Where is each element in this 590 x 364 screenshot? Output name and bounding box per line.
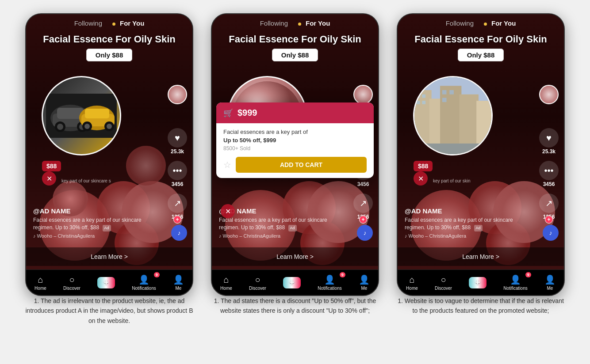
phone-2-username: @AD NAME [219,207,347,215]
plus-icon-2: + [283,277,301,288]
phone-3-nav-me[interactable]: 👤 Me [544,274,556,291]
phone-1: Following For You Facial Essence For Oil… [25,13,193,296]
phone-3-music: ♪ Wooho – ChristinaAguilera [405,233,533,239]
phone-2-bottom-nav: ⌂ Home ○ Discover + 👤 9 Notifications 👤 [212,269,378,295]
phone-1-desc-overlay: key part of our skincare s [61,178,161,183]
phone-1-avatar [168,85,187,104]
phone-3-nav-dot [484,23,487,26]
phone-1-nav-discover[interactable]: ○ Discover [63,275,80,291]
phone-1-foryou-tab[interactable]: For You [120,19,144,27]
phone-1-learn-more-bar[interactable]: Learn More > [26,247,192,266]
phone-2-price-badge: Only $88 [272,49,318,61]
phone-3-following-tab[interactable]: Following [446,19,474,27]
phone-3-ad-badge: Ad [474,225,483,231]
phone-1-nav-me[interactable]: 👤 Me [173,274,184,291]
phone-3-nav-home-label: Home [406,286,418,291]
phone-1-nav-plus[interactable]: + [97,277,115,288]
phone-2-nav-home[interactable]: ⌂ Home [220,275,232,291]
phones-row: Following For You Facial Essence For Oil… [14,9,576,330]
phone-3-close-btn[interactable]: ✕ [414,171,428,186]
phone-3-foryou-tab[interactable]: For You [491,19,516,27]
phone-2-nav-plus[interactable]: + [283,277,301,288]
phone-1-tiktok-disc: ♪ [171,225,187,241]
phone-1-like-btn[interactable]: ♥ 25.3k [168,128,187,155]
svg-rect-25 [417,101,420,104]
phone-3-street-image [414,77,491,154]
phone-1-desc: 1. The ad is irrelevant to the product w… [25,296,193,326]
phone-1-close-btn[interactable]: ✕ [42,171,56,186]
phone-1-bottom-nav: ⌂ Home ○ Discover + 👤 9 Notifications 👤 [26,269,192,295]
phone-3-nav-discover[interactable]: ○ Discover [435,275,452,291]
phone-2-music: ♪ Wooho – ChristinaAguilera [219,233,347,239]
phone-1-following-tab[interactable]: Following [74,19,102,27]
phone-3-price-tag: $88 [414,161,433,171]
phone-1-content: Facial Essence For Oily Skin Only $88 [26,14,192,269]
phone-3-avatar-plus: + [545,216,553,224]
phone-2-user-desc: Facial essences are a key part of our sk… [219,216,347,231]
phone-3-nav-notif[interactable]: 👤 9 Notifications [503,274,527,291]
phone-3-nav-plus[interactable]: + [469,277,487,288]
phone-3-nav-discover-label: Discover [435,286,452,291]
phone-3-comment-icon: ••• [539,161,559,180]
svg-rect-10 [85,109,109,118]
phone-2-avatar [353,85,373,104]
phone-2-learn-more-bar[interactable]: Learn More > [212,247,378,266]
phone-1-learn-more-btn[interactable]: Learn More > [91,253,128,260]
phone-2-learn-more-btn[interactable]: Learn More > [276,253,314,260]
phone-1-avatar-plus: + [173,216,181,224]
phone-2-comments-count: 3456 [357,181,369,187]
phone-1-actions: + ♥ 25.3k ••• 3456 ↗ 1256 [168,85,187,220]
phone-3-comment-btn[interactable]: ••• 3456 [539,161,559,187]
star-icon[interactable]: ☆ [223,159,231,170]
phone-1-header: Following For You [26,14,192,30]
svg-rect-27 [442,90,447,95]
phone-3-notif-badge: 9 [525,272,531,277]
phone-3-comments-count: 3456 [543,181,555,187]
me-icon-2: 👤 [359,274,370,285]
phone-1-nav-home[interactable]: ⌂ Home [34,275,46,291]
phone-3-like-btn[interactable]: ♥ 25.3k [539,128,559,155]
phone-3-nav-me-label: Me [547,286,553,291]
phone-2-header: Following For You [212,14,378,30]
phone-2-foryou-tab[interactable]: For You [306,19,330,27]
phone-2-avatar-btn[interactable]: + [353,85,373,104]
phone-1-likes-count: 25.3k [171,148,184,155]
phone-1-nav-me-label: Me [175,286,181,291]
cart-desc: Facial essences are a key part of [223,129,367,135]
phone-1-avatar-btn[interactable]: + [168,85,187,104]
phone-1-comment-btn[interactable]: ••• 3456 [168,161,187,187]
phone-2-nav-notif[interactable]: 👤 9 Notifications [318,274,341,291]
phone-3-user-info: @AD NAME Facial essences are a key part … [405,207,533,239]
phone-2-nav-dot [298,23,301,26]
phone-2-user-info: @AD NAME Facial essences are a key part … [219,207,347,239]
phone-3: Following For You Facial Essence For Oil… [397,13,565,296]
home-icon: ⌂ [38,275,43,285]
phone-2-share-icon: ↗ [353,193,373,213]
phone-1-heart-icon: ♥ [168,128,187,148]
phone-3-price-box: Only $88 [398,49,564,61]
phone-3-learn-more-bar[interactable]: Learn More > [398,247,564,266]
phone-2-following-tab[interactable]: Following [260,19,288,27]
phone-2-nav-discover[interactable]: ○ Discover [249,275,266,291]
phone-1-nav-home-label: Home [34,286,46,291]
phone-1-share-icon: ↗ [168,193,187,213]
cart-header: 🛒 $999 [216,102,374,123]
phone-2-tiktok-disc: ♪ [357,225,373,241]
svg-point-5 [57,124,63,130]
add-to-cart-btn[interactable]: ADD TO CART [236,157,367,173]
phone-1-comments-count: 3456 [172,181,184,187]
phone-3-heart-icon: ♥ [539,128,559,148]
phone-3-bottom-nav: ⌂ Home ○ Discover + 👤 9 Notifications 👤 [398,269,564,295]
phone-1-product-circle [42,76,121,155]
phone-2-close-popup[interactable]: ✕ [221,204,235,218]
phone-1-nav-notif[interactable]: 👤 9 Notifications [132,274,156,291]
phone-3-avatar-btn[interactable]: + [539,85,559,104]
phone-3-nav-home[interactable]: ⌂ Home [406,275,418,291]
discover-icon-2: ○ [255,275,260,285]
phone-2-nav-home-label: Home [220,286,232,291]
phone-1-price-badge: Only $88 [86,49,133,61]
phone-2-nav-me[interactable]: 👤 Me [359,274,370,291]
phone-2-desc: 1. The ad states there is a discount "Up… [211,296,379,316]
phone-2-content: Facial Essence For Oily Skin Only $88 [212,14,378,269]
phone-3-learn-more-btn[interactable]: Learn More > [462,253,499,260]
